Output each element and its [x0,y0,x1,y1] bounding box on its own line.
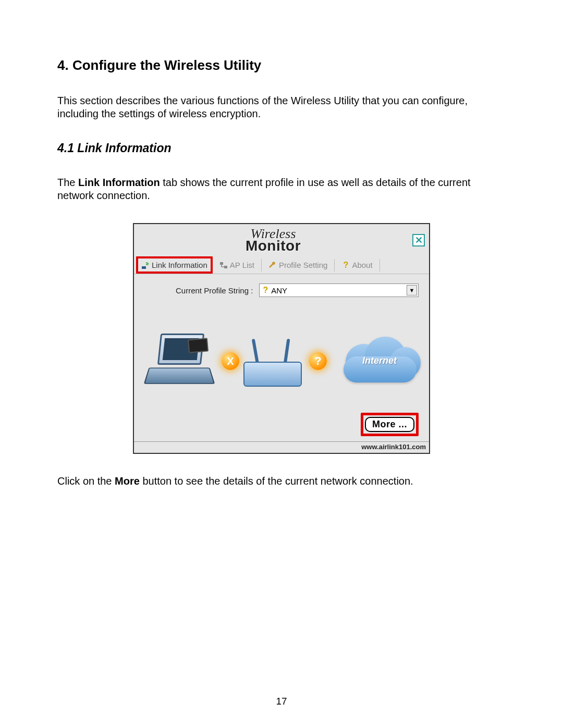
logo-line2: Monitor [246,238,301,254]
tab-profile-setting[interactable]: Profile Setting [265,258,331,272]
text-bold: More [115,475,140,487]
connection-diagram: X ? Internet [139,313,424,406]
tab-label: AP List [230,261,254,269]
subsection-heading: 4.1 Link Information [57,141,506,155]
profile-label: Current Profile String : [176,286,253,295]
router-icon [243,339,306,391]
question-icon: ? [263,286,268,295]
page-number: 17 [0,696,563,707]
more-row: More ... [134,406,429,441]
tab-about[interactable]: ? About [338,258,376,272]
after-paragraph: Click on the More button to see the deta… [57,475,506,488]
profile-value: ANY [271,286,287,295]
wireless-monitor-window: Wireless Monitor ✕ Link Information [133,223,430,454]
tab-label: Link Information [152,261,207,269]
network-icon [219,261,228,269]
wrench-icon [268,261,277,269]
intro-paragraph: This section describes the various funct… [57,94,506,120]
app-logo: Wireless Monitor [134,227,412,253]
divider [334,259,335,272]
text-suffix: button to see the details of the current… [140,475,413,487]
text-prefix: The [57,177,78,188]
divider [261,259,262,272]
footer-url: www.airlink101.com [134,441,429,453]
text-bold: Link Information [78,177,160,188]
laptop-icon [146,336,219,388]
question-icon: ? [341,261,350,269]
highlight-box: More ... [361,413,419,436]
more-button[interactable]: More ... [365,417,414,432]
profile-row: Current Profile String : ? ANY ▼ [134,274,429,302]
section-heading: 4. Configure the Wireless Utility [57,57,506,73]
svg-rect-1 [220,262,223,265]
svg-rect-2 [224,266,227,268]
tab-bar: Link Information AP List Profile Setting [134,256,429,274]
signal-icon [141,261,150,269]
title-bar: Wireless Monitor ✕ [134,224,429,256]
subsection-paragraph: The Link Information tab shows the curre… [57,176,506,202]
close-button[interactable]: ✕ [412,234,425,246]
tab-ap-list[interactable]: AP List [216,258,258,272]
status-x-icon: X [222,352,239,370]
status-question-icon: ? [309,352,327,370]
text-prefix: Click on the [57,475,115,487]
divider [380,259,380,272]
cloud-label: Internet [340,355,419,366]
tab-link-information[interactable]: Link Information [136,256,213,274]
svg-rect-0 [142,266,146,269]
tab-label: About [352,261,372,269]
internet-cloud-icon: Internet [340,334,419,386]
chevron-down-icon: ▼ [407,285,417,295]
tab-label: Profile Setting [279,261,327,269]
profile-select[interactable]: ? ANY ▼ [259,283,419,297]
